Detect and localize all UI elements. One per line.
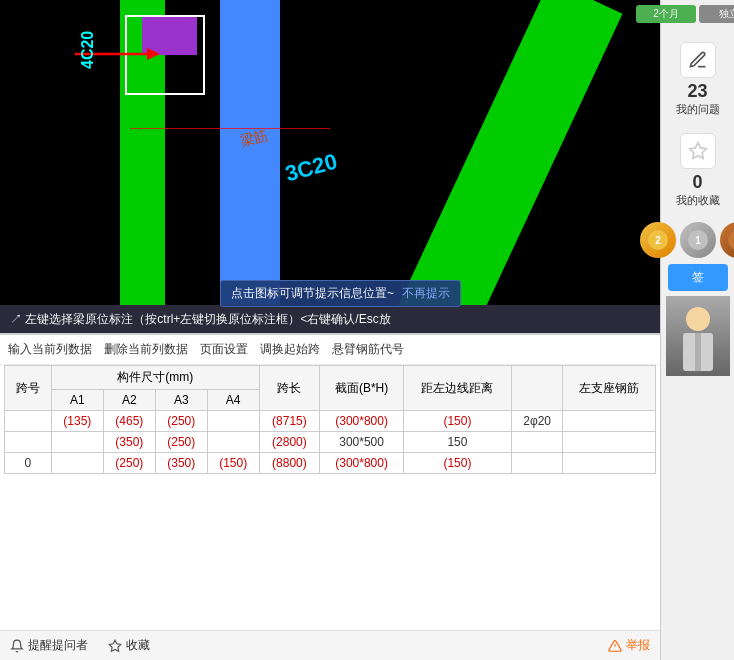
data-panel: 输入当前列数据 删除当前列数据 页面设置 调换起始跨 悬臂钢筋代号 跨号 构件尺… [0,333,660,660]
sign-button[interactable]: 签 [668,264,728,291]
table-cell[interactable]: (465) [103,411,155,432]
collect-label: 收藏 [126,637,150,654]
table-cell[interactable]: (300*800) [320,411,404,432]
table-cell[interactable]: 0 [5,453,52,474]
svg-point-9 [686,307,710,331]
table-cell[interactable] [51,432,103,453]
star-icon[interactable] [680,133,716,169]
th-a2: A2 [103,390,155,411]
bottom-bar: 提醒提问者 收藏 举报 [0,630,660,660]
table-cell[interactable]: (150) [404,453,512,474]
badge-type: 独立 [699,5,734,23]
table-cell[interactable]: 150 [404,432,512,453]
th-bianju: 距左边线距离 [404,366,512,411]
table-cell[interactable] [5,411,52,432]
svg-text:2: 2 [655,235,661,246]
collect-button[interactable]: 收藏 [108,637,150,654]
table-cell[interactable] [563,453,656,474]
table-cell[interactable]: (250) [103,453,155,474]
toolbar-btn-rebar[interactable]: 悬臂钢筋代号 [332,341,404,358]
status-bar: ↗ 左键选择梁原位标注（按ctrl+左键切换原位标注框）<右键确认/Esc放 [0,305,660,333]
table-row[interactable]: 0(250)(350)(150)(8800)(300*800)(150) [5,453,656,474]
edit-count: 23 [687,81,707,102]
svg-marker-1 [147,48,160,60]
th-kuhao: 跨号 [5,366,52,411]
th-zuozuojin: 左支座钢筋 [563,366,656,411]
toolbar: 输入当前列数据 删除当前列数据 页面设置 调换起始跨 悬臂钢筋代号 [0,335,660,365]
toolbar-btn-input[interactable]: 输入当前列数据 [8,341,92,358]
data-table: 跨号 构件尺寸(mm) 跨长 截面(B*H) 距左边线距离 左支座钢筋 A1 A… [4,365,656,474]
table-cell[interactable] [5,432,52,453]
table-cell[interactable]: (350) [155,453,207,474]
th-dim: 构件尺寸(mm) [51,366,259,390]
svg-rect-11 [695,333,701,371]
right-sidebar: 2个月 独立 23 我的问题 0 我的收藏 2 [660,0,734,660]
status-text: ↗ 左键选择梁原位标注（按ctrl+左键切换原位标注框）<右键确认/Esc放 [10,311,391,328]
table-row[interactable]: (350)(250)(2800)300*500150 [5,432,656,453]
tooltip-text: 点击图标可调节提示信息位置~ [231,285,394,302]
no-remind-button[interactable]: 不再提示 [402,285,450,302]
table-cell[interactable]: (8800) [259,453,319,474]
cad-text-3c20: 3C20 [283,149,341,188]
cad-text-4c20: 4C20 [79,31,97,69]
table-body: (135)(465)(250)(8715)(300*800)(150)2φ20(… [5,411,656,474]
table-cell[interactable] [51,453,103,474]
table-cell[interactable]: (2800) [259,432,319,453]
table-cell[interactable] [563,432,656,453]
star-icon-group[interactable]: 0 我的收藏 [676,133,720,208]
table-cell[interactable]: (350) [103,432,155,453]
table-cell[interactable]: 300*500 [320,432,404,453]
table-cell[interactable] [207,432,259,453]
table-cell[interactable]: (150) [404,411,512,432]
toolbar-btn-page[interactable]: 页面设置 [200,341,248,358]
svg-text:1: 1 [695,235,701,246]
star-label: 我的收藏 [676,193,720,208]
cad-canvas: 4C20 梁筋 3C20 点击图标可调节提示信息位置~ 不再提示 [0,0,660,330]
table-cell[interactable] [511,432,563,453]
toolbar-btn-delete[interactable]: 删除当前列数据 [104,341,188,358]
star-count: 0 [692,172,702,193]
table-wrapper: 跨号 构件尺寸(mm) 跨长 截面(B*H) 距左边线距离 左支座钢筋 A1 A… [0,365,660,474]
table-cell[interactable]: (300*800) [320,453,404,474]
th-a1: A1 [51,390,103,411]
th-a4: A4 [207,390,259,411]
th-kuachang: 跨长 [259,366,319,411]
svg-point-7 [728,230,735,250]
table-cell[interactable] [563,411,656,432]
remind-button[interactable]: 提醒提问者 [10,637,88,654]
edit-icon-group[interactable]: 23 我的问题 [676,42,720,117]
badge-months: 2个月 [636,5,696,23]
table-cell[interactable] [207,411,259,432]
toolbar-btn-swap[interactable]: 调换起始跨 [260,341,320,358]
table-cell[interactable]: 2φ20 [511,411,563,432]
remind-label: 提醒提问者 [28,637,88,654]
table-cell[interactable] [511,453,563,474]
th-a3: A3 [155,390,207,411]
medal-bronze: 3 [720,222,735,258]
table-row[interactable]: (135)(465)(250)(8715)(300*800)(150)2φ20 [5,411,656,432]
svg-marker-2 [689,143,706,159]
th-shangtongjin [511,366,563,411]
table-cell[interactable]: (150) [207,453,259,474]
medal-silver: 1 [680,222,716,258]
table-cell[interactable]: (250) [155,432,207,453]
medal-group: 2 1 3 [640,222,735,258]
edit-label: 我的问题 [676,102,720,117]
edit-icon[interactable] [680,42,716,78]
warn-button[interactable]: 举报 [608,637,650,654]
cad-tooltip: 点击图标可调节提示信息位置~ 不再提示 [220,280,461,307]
cad-crosshair-h [130,128,330,129]
table-cell[interactable]: (135) [51,411,103,432]
svg-marker-12 [109,640,121,651]
warn-label: 举报 [626,637,650,654]
medal-gold: 2 [640,222,676,258]
avatar [666,296,730,376]
th-jmian: 截面(B*H) [320,366,404,411]
table-cell[interactable]: (8715) [259,411,319,432]
table-cell[interactable]: (250) [155,411,207,432]
